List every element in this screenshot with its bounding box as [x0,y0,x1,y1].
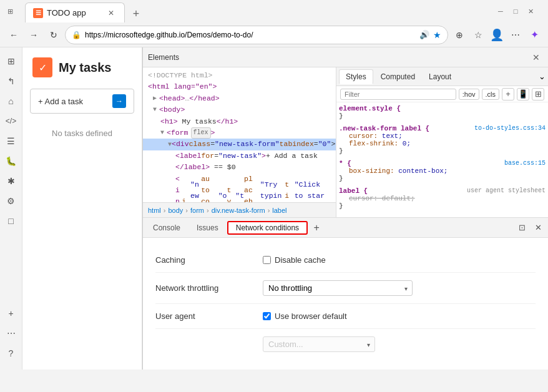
use-browser-default-label[interactable]: Use browser default [263,311,347,321]
user-agent-control: Use browser default [263,311,347,321]
disable-cache-label[interactable]: Disable cache [263,255,326,265]
address-bar[interactable]: 🔒 🔊 ★ [65,26,448,44]
html-line[interactable]: <h1> My tasks</h1> [143,116,336,127]
nav-icon-back[interactable]: ↰ [2,72,20,90]
nav-icon-help[interactable]: ? [2,345,20,362]
title-bar: ⊞ ☰ TODO app ✕ + ─ □ ✕ [0,0,548,22]
css-rule-ua: label { user agent stylesheet cursor: de… [339,187,546,210]
left-nav: ⊞ ↰ ⌂ </> ☰ 🐛 ✱ ⚙ □ + ⋯ ? [0,47,22,370]
throttling-select[interactable]: No throttling Fast 3G Slow 3G Offline Cu… [263,280,413,296]
nav-icon-more[interactable]: ⋯ [2,325,20,342]
device-icon[interactable]: 📱 [517,88,529,100]
css-brace: } [339,147,343,155]
disable-cache-checkbox[interactable] [263,256,271,264]
nav-icon-extensions[interactable]: ✱ [2,172,20,190]
html-line[interactable]: ▼<body> [143,104,336,115]
html-line[interactable]: <input id="new-task" autocomplete="off" … [143,174,336,202]
css-source-link[interactable]: base.css:15 [504,160,546,167]
css-selector: element.style { [339,105,401,112]
css-source-link[interactable]: to-do-styles.css:34 [474,125,546,132]
minimize-button[interactable]: ─ [496,6,506,16]
add-tab-button[interactable]: + [309,220,324,235]
css-brace: } [339,202,343,210]
styles-more-icon[interactable]: ⌄ [539,72,546,81]
html-line[interactable]: <!DOCTYPE html> [143,70,336,81]
app-header: ✓ My tasks [22,47,142,84]
breadcrumb-sep: › [164,207,166,214]
star-icon[interactable]: ★ [433,30,441,40]
html-line-selected[interactable]: ▼<div class="new-task-form" tabindex="0"… [143,139,336,150]
browser-chrome: ⊞ ☰ TODO app ✕ + ─ □ ✕ ← → ↻ 🔒 🔊 ★ ⊕ [0,0,548,47]
refresh-button[interactable]: ↻ [45,26,62,44]
breadcrumb-html[interactable]: html [148,207,161,214]
browser-toolbar: ← → ↻ 🔒 🔊 ★ ⊕ ☆ 👤 ⋯ ✦ [0,22,548,47]
nav-icon-settings[interactable]: ⚙ [2,192,20,210]
maximize-button[interactable]: □ [511,6,521,16]
copilot-icon[interactable]: ✦ [526,26,543,44]
settings-icon[interactable]: ⋯ [507,26,524,44]
nav-icon-menu[interactable]: ☰ [2,132,20,150]
nav-icon-home[interactable]: ⌂ [2,92,20,110]
breadcrumb-body[interactable]: body [168,207,183,214]
custom-ua-select-wrapper: Custom... ▾ [263,336,375,352]
collections-icon[interactable]: ⊕ [451,26,468,44]
throttling-control: No throttling Fast 3G Slow 3G Offline Cu… [263,280,413,296]
disable-cache-text: Disable cache [275,255,326,265]
throttling-label: Network throttling [155,283,255,293]
url-input[interactable] [85,31,416,39]
user-agent-label: User agent [155,311,255,321]
close-bottom-icon[interactable]: ✕ [531,220,546,235]
nav-icon-bug[interactable]: 🐛 [2,152,20,170]
cls-button[interactable]: .cls [482,89,500,100]
add-task-arrow-icon: → [112,94,126,108]
tab-network-conditions[interactable]: Network conditions [227,221,308,235]
use-browser-default-checkbox[interactable] [263,312,271,320]
network-conditions-panel: Caching Disable cache Network throttling [143,238,548,370]
back-button[interactable]: ← [5,26,22,44]
hov-button[interactable]: :hov [459,89,479,100]
breadcrumb-label[interactable]: label [272,207,286,214]
tab-console[interactable]: Console [145,221,188,235]
read-aloud-icon[interactable]: 🔊 [419,30,429,39]
favorites-icon[interactable]: ☆ [469,26,487,44]
tab-issues[interactable]: Issues [189,221,226,235]
nav-icon-code[interactable]: </> [2,112,20,130]
close-button[interactable]: ✕ [526,6,536,16]
forward-button[interactable]: → [25,26,42,44]
browser-tab[interactable]: ☰ TODO app ✕ [25,2,125,22]
html-line[interactable]: <html lang="en"> [143,81,336,92]
new-tab-button[interactable]: + [127,5,145,22]
more-icon[interactable]: ⊞ [532,88,544,100]
css-prop: cursor: default; [339,195,415,202]
html-line[interactable]: ▼<formflex> [143,127,336,139]
nav-icon-add[interactable]: + [2,305,20,322]
tab-switcher-icon[interactable]: ⊞ [5,6,15,16]
html-line[interactable]: <label for="new-task">+ Add a task [143,150,336,162]
nav-icon-window[interactable]: □ [2,212,20,230]
nav-icon-switch[interactable]: ⊞ [2,52,20,70]
caching-label: Caching [155,255,255,265]
html-line[interactable]: ▶<head>…</head> [143,93,336,104]
css-selector: * { [339,160,351,167]
styles-filter-input[interactable] [340,89,456,100]
css-prop: flex-shrink: 0; [339,140,411,147]
add-task-button[interactable]: + Add a task → [30,89,134,114]
css-rule-element: element.style { } [339,105,546,120]
devtools-close-button[interactable]: ✕ [529,51,543,64]
user-agent-row: User agent Use browser default [155,304,536,329]
html-line[interactable]: </label> == $0 [143,162,336,173]
breadcrumb-div[interactable]: div.new-task-form [212,207,265,214]
devtools-panel: Elements ✕ <!DOCTYPE html> <html lang="e… [142,47,548,370]
styles-panel: Styles Computed Layout ⌄ :hov .cls + 📱 ⊞… [336,67,548,217]
dock-icon[interactable]: ⊡ [514,220,529,235]
custom-ua-select[interactable]: Custom... [263,336,375,352]
app-icon: ✓ [32,57,52,77]
add-style-icon[interactable]: + [502,88,514,100]
tab-styles[interactable]: Styles [339,69,373,84]
user-profile-icon[interactable]: 👤 [488,26,506,44]
css-ua-source: user agent stylesheet [467,187,546,194]
tab-computed[interactable]: Computed [374,70,421,84]
tab-layout[interactable]: Layout [423,70,457,84]
breadcrumb-form[interactable]: form [190,207,204,214]
tab-close-button[interactable]: ✕ [105,7,117,19]
